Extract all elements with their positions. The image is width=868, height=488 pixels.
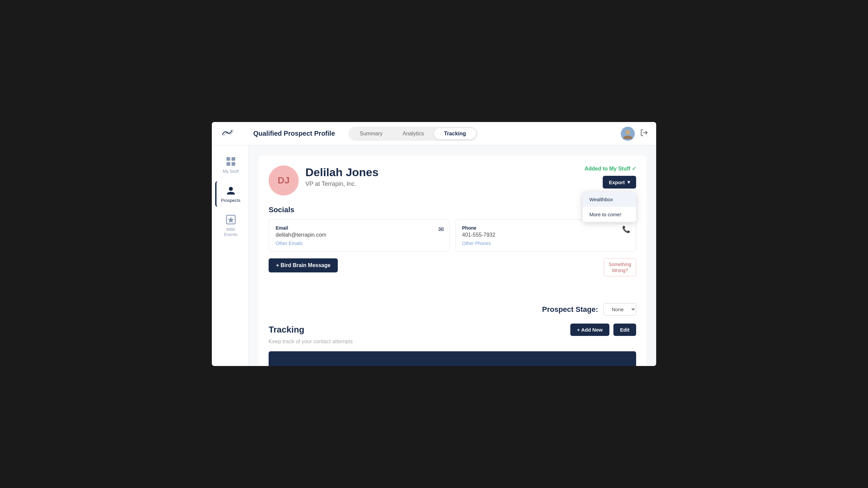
svg-rect-5 [226,162,230,166]
chevron-down-icon: ▾ [627,179,630,185]
svg-point-0 [226,132,228,133]
contact-row: Email delilah@terrapin.com ✉ Other Email… [269,220,636,252]
other-phones-link[interactable]: Other Phones [462,241,629,246]
profile-right: Added to My Stuff ✓ Export ▾ Wealthbox M… [585,165,636,188]
add-new-button[interactable]: + Add New [570,324,610,336]
sidebar-item-my-stuff[interactable]: My Stuff [215,152,245,178]
email-card: Email delilah@terrapin.com ✉ Other Email… [269,220,450,252]
phone-label: Phone [462,225,629,231]
something-wrong-line2: Wrong? [612,268,628,273]
svg-point-7 [229,187,233,191]
email-value: delilah@terrapin.com [276,232,443,238]
tab-summary[interactable]: Summary [350,128,393,140]
dropdown-item-more-to-come[interactable]: More to come! [583,207,636,222]
svg-rect-6 [231,162,235,166]
something-wrong-line1: Something [609,262,631,267]
tracking-bar [269,351,636,366]
tab-group: Summary Analytics Tracking [348,127,477,141]
profile-info: Delilah Jones VP at Terrapin, Inc. [305,165,578,187]
sidebar-item-mim-events[interactable]: MIM Events [215,210,245,241]
phone-icon: 📞 [622,225,630,233]
tab-tracking[interactable]: Tracking [434,128,476,140]
svg-rect-3 [226,157,230,161]
tab-analytics[interactable]: Analytics [393,128,434,140]
socials-label: Socials [269,206,636,214]
tracking-section: Tracking + Add New Edit Keep track of yo… [269,324,636,366]
svg-point-1 [625,130,630,135]
tracking-actions: + Add New Edit [570,324,636,336]
phone-value: 401-555-7932 [462,232,629,238]
tracking-header: Tracking + Add New Edit [269,324,636,336]
email-icon: ✉ [438,225,444,233]
phone-card: Phone 401-555-7932 📞 Other Phones [455,220,636,252]
sidebar-item-my-stuff-label: My Stuff [223,169,239,174]
dropdown-item-wealthbox[interactable]: Wealthbox [583,192,636,207]
profile-card: DJ Delilah Jones VP at Terrapin, Inc. Ad… [258,155,646,366]
main-content: DJ Delilah Jones VP at Terrapin, Inc. Ad… [249,145,656,366]
header-right [621,127,648,141]
other-emails-link[interactable]: Other Emails [276,241,443,246]
sidebar-item-mim-events-label: MIM Events [222,227,240,237]
tracking-subtitle: Keep track of your contact attempts [269,339,636,345]
added-to-my-stuff-status: Added to My Stuff ✓ [585,165,636,172]
action-row: + Bird Brain Message Something Wrong? [269,258,636,283]
sidebar-item-prospects[interactable]: Prospects [215,181,245,207]
logo [220,126,247,141]
profile-section: DJ Delilah Jones VP at Terrapin, Inc. Ad… [269,165,636,195]
profile-avatar: DJ [269,165,299,195]
sidebar-item-prospects-label: Prospects [221,198,241,203]
prospect-stage-label: Prospect Stage: [542,305,598,314]
svg-marker-9 [228,217,234,223]
prospect-stage-row: Prospect Stage: None [269,303,636,315]
email-label: Email [276,225,443,231]
export-wrapper: Export ▾ Wealthbox More to come! [603,176,636,188]
tracking-title: Tracking [269,325,304,335]
export-button[interactable]: Export ▾ [603,176,636,188]
profile-role: VP at Terrapin, Inc. [305,181,578,187]
something-wrong-button[interactable]: Something Wrong? [604,258,636,276]
export-label: Export [609,180,625,185]
sidebar: My Stuff Prospects MIM Events [212,145,249,366]
svg-rect-4 [231,157,235,161]
page-title: Qualified Prospect Profile [253,130,335,138]
user-avatar[interactable] [621,127,635,141]
profile-name: Delilah Jones [305,165,578,179]
export-dropdown: Wealthbox More to come! [583,192,636,222]
bird-brain-button[interactable]: + Bird Brain Message [269,258,338,272]
edit-button[interactable]: Edit [613,324,636,336]
logout-button[interactable] [640,129,648,139]
prospect-stage-select[interactable]: None [603,303,636,315]
